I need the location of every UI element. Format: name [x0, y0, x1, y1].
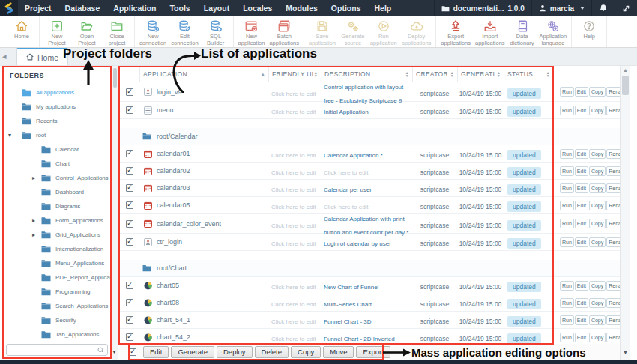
column-header-creator[interactable]: CREATOR▲▼ — [412, 66, 457, 82]
edit-connection-button[interactable]: Edit connection — [169, 18, 200, 46]
mass-edit-button[interactable]: Edit — [143, 346, 169, 358]
export-applications-button[interactable]: Export applications — [438, 18, 473, 46]
menu-item-project[interactable]: Project — [18, 4, 58, 13]
row-checkbox[interactable] — [126, 167, 133, 175]
sidebar-item-security[interactable]: Security — [2, 313, 112, 327]
app-description[interactable]: Initial Application — [324, 109, 369, 115]
friendly-url-edit-link[interactable]: Click here to edit — [271, 336, 316, 342]
app-name-link[interactable]: calendar05 — [157, 201, 190, 209]
rename-button[interactable]: Rename — [606, 333, 620, 342]
row-checkbox[interactable] — [126, 299, 133, 306]
menu-item-modules[interactable]: Modules — [279, 4, 324, 13]
copy-button[interactable]: Copy — [589, 333, 606, 342]
table-scroll-down-icon[interactable]: ▼ — [623, 350, 628, 355]
column-header-application[interactable]: APPLICATION▲ — [139, 66, 268, 82]
copy-button[interactable]: Copy — [589, 219, 606, 228]
run-button[interactable]: Run — [560, 106, 574, 115]
friendly-url-edit-link[interactable]: Click here to edit — [271, 152, 316, 159]
tab-home[interactable]: Home — [16, 48, 68, 65]
sort-icon[interactable]: ▲▼ — [405, 71, 409, 77]
sidebar-item-root[interactable]: ▾root — [2, 128, 112, 142]
app-name-link[interactable]: chart08 — [157, 299, 179, 306]
copy-button[interactable]: Copy — [589, 166, 606, 176]
row-checkbox[interactable] — [126, 220, 133, 228]
open-project-button[interactable]: Open Project — [72, 18, 102, 46]
sort-icon[interactable]: ▲▼ — [497, 71, 501, 77]
row-checkbox[interactable] — [126, 201, 133, 209]
app-name-link[interactable]: calendar_color_event — [157, 220, 221, 228]
app-description[interactable]: Multi-Series Chart — [324, 301, 372, 308]
import-applications-button[interactable]: Import applications — [473, 18, 507, 46]
app-name-link[interactable]: calendar01 — [157, 150, 190, 157]
edit-button[interactable]: Edit — [575, 281, 588, 291]
friendly-url-edit-link[interactable]: Click here to edit — [271, 222, 316, 229]
mass-delete-button[interactable]: Delete — [255, 346, 289, 358]
run-button[interactable]: Run — [560, 281, 574, 291]
sidebar-scrollbar-thumb[interactable] — [113, 68, 117, 88]
new-application-button[interactable]: New application — [236, 18, 268, 46]
batch-applications-button[interactable]: Batch applications — [267, 18, 301, 46]
mass-export-button[interactable]: Export — [356, 346, 390, 358]
sidebar-item-all-applications[interactable]: All applications — [2, 85, 112, 100]
copy-button[interactable]: Copy — [589, 87, 606, 97]
menu-item-options[interactable]: Options — [324, 4, 368, 13]
edit-button[interactable]: Edit — [575, 183, 588, 193]
friendly-url-edit-link[interactable]: Click here to edit — [271, 109, 316, 115]
rename-button[interactable]: Rename — [606, 219, 620, 228]
friendly-url-edit-link[interactable]: Click here to edit — [271, 301, 316, 308]
fullscreen-button[interactable] — [615, 0, 637, 16]
copy-button[interactable]: Copy — [589, 183, 606, 193]
sidebar-item-calendar[interactable]: Calendar — [2, 142, 112, 157]
sidebar-item-my-applications[interactable]: My applications — [2, 100, 112, 114]
edit-button[interactable]: Edit — [575, 298, 588, 308]
sidebar-scrollbar[interactable]: ▼ — [112, 66, 118, 360]
copy-button[interactable]: Copy — [589, 315, 606, 325]
table-scrollbar[interactable]: ▲ ▼ — [620, 66, 630, 360]
sql-builder-button[interactable]: SQL Builder — [201, 18, 231, 46]
tree-expand-down-icon[interactable]: ▾ — [8, 132, 11, 139]
tree-expand-right-icon[interactable]: ▸ — [32, 175, 35, 181]
app-description[interactable]: Login of calendar by user — [324, 240, 391, 247]
rename-button[interactable]: Rename — [606, 298, 620, 308]
app-name-link[interactable]: chart05 — [157, 282, 179, 289]
run-button[interactable]: Run — [560, 201, 574, 210]
row-checkbox[interactable] — [126, 106, 133, 114]
close-project-button[interactable]: Close project — [102, 18, 132, 46]
project-switcher[interactable]: documentati... 1.0.0 — [434, 0, 531, 16]
app-description[interactable]: Calendar per user — [324, 186, 372, 193]
mass-deploy-button[interactable]: Deploy — [217, 346, 253, 358]
app-name-link[interactable]: login_v9 — [157, 88, 182, 96]
menu-item-application[interactable]: Application — [106, 4, 163, 13]
folder-search-input[interactable] — [7, 345, 97, 354]
tree-expand-right-icon[interactable]: ▸ — [32, 217, 35, 224]
app-description[interactable]: Click here to edit — [324, 169, 369, 176]
app-name-link[interactable]: ctr_login — [157, 238, 182, 246]
column-header-status[interactable]: STATUS▲▼ — [504, 66, 553, 82]
run-button[interactable]: Run — [560, 315, 574, 325]
edit-button[interactable]: Edit — [575, 219, 588, 228]
menu-item-database[interactable]: Database — [58, 4, 107, 13]
app-name-link[interactable]: chart_54_2 — [157, 333, 190, 341]
mass-generate-button[interactable]: Generate — [171, 346, 214, 358]
edit-button[interactable]: Edit — [575, 166, 588, 176]
run-button[interactable]: Run — [560, 237, 574, 247]
sidebar-item-menu-applications[interactable]: Menu_Applications — [2, 256, 112, 270]
user-menu[interactable]: marcia — [531, 0, 591, 16]
column-header-friendly-url[interactable]: FRIENDLY URL▲▼ — [268, 66, 321, 82]
edit-button[interactable]: Edit — [575, 149, 588, 159]
sidebar-item-tab-applications[interactable]: Tab_Applications — [2, 327, 112, 342]
rename-button[interactable]: Rename — [606, 237, 620, 247]
sidebar-item-dashboard[interactable]: Dashboard — [2, 185, 112, 199]
home-button[interactable]: Home — [7, 18, 37, 46]
friendly-url-edit-link[interactable]: Click here to edit — [271, 318, 316, 325]
edit-button[interactable]: Edit — [575, 333, 588, 342]
app-description[interactable]: Funnel Chart - 2D Inverted — [324, 336, 395, 342]
sidebar-item-search-applications[interactable]: Search_Applications — [2, 299, 112, 313]
new-connection-button[interactable]: New connection — [137, 18, 169, 46]
table-scroll-up-icon[interactable]: ▲ — [623, 67, 628, 73]
friendly-url-edit-link[interactable]: Click here to edit — [271, 204, 316, 210]
sidebar-item-internationalization[interactable]: Internationalization — [2, 242, 112, 256]
sort-ascending-icon[interactable]: ▲ — [261, 72, 265, 76]
app-description[interactable]: Calendar Application * — [324, 152, 383, 159]
menu-item-locales[interactable]: Locales — [236, 4, 279, 13]
